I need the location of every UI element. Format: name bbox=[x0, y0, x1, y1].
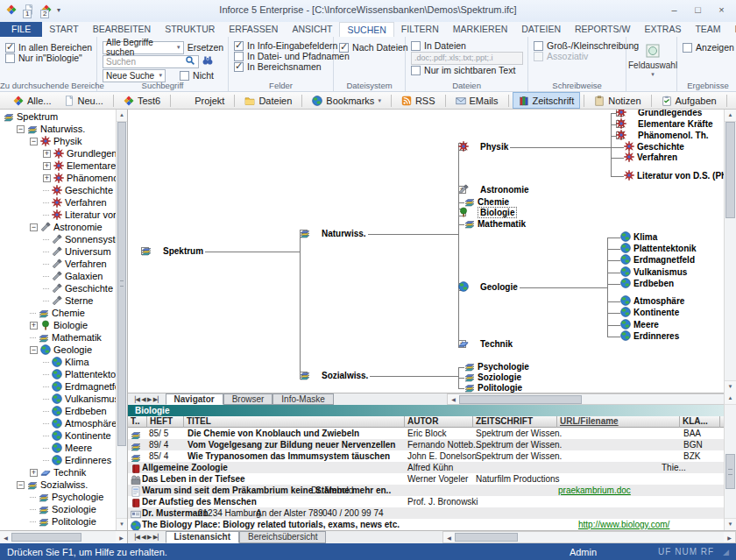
sidebar-item-klima[interactable]: Klima bbox=[0, 356, 116, 368]
sidebar-item-soziologie[interactable]: Soziologie bbox=[0, 503, 116, 515]
ersetzen-button[interactable]: Ersetzen bbox=[188, 42, 223, 53]
tab-erfassen[interactable]: ERFASSEN bbox=[222, 22, 285, 37]
minimize-icon[interactable]: – bbox=[662, 2, 686, 18]
sidebar-item-sonnensystem[interactable]: Sonnensystem bbox=[0, 233, 116, 245]
qat-customize-icon[interactable]: ▾ bbox=[57, 6, 60, 14]
scroll-left-icon[interactable]: ◀ bbox=[443, 532, 455, 542]
sidebar-item-atmosphäre[interactable]: Atmosphäre bbox=[0, 417, 116, 429]
sidebar-item-chemie[interactable]: Chemie bbox=[0, 307, 116, 319]
mindmap-canvas[interactable]: − Spektrum− Naturwiss.− Sozialwiss.− Phy… bbox=[128, 110, 724, 393]
sidebar-item-sozialwiss-[interactable]: − Sozialwiss. bbox=[0, 478, 116, 491]
expand-icon[interactable]: + bbox=[43, 174, 51, 182]
tab-reports-w[interactable]: REPORTS/W bbox=[568, 22, 637, 37]
app-icon[interactable] bbox=[4, 3, 18, 17]
checkbox-nach-dateien[interactable]: Nach Dateien bbox=[339, 42, 400, 53]
collapse-icon[interactable]: − bbox=[17, 481, 25, 489]
table-vertical-scrollbar[interactable]: ▲ ▼ bbox=[724, 393, 736, 530]
toolbar-button-info-center[interactable]: Info-Center bbox=[731, 92, 736, 109]
table-row[interactable]: Der Aufstieg des MenschenProf. J. Bronow… bbox=[128, 496, 724, 507]
toolbar-button-notizen[interactable]: Notizen bbox=[588, 92, 647, 109]
sidebar-item-literatur-von-d-s-p[interactable]: Literatur von D.S. (P bbox=[0, 209, 116, 221]
table-row[interactable]: Das Leben in der TiefseeWerner VogelerNa… bbox=[128, 473, 724, 485]
sidebar-item-sterne[interactable]: Sterne bbox=[0, 294, 116, 307]
file-filter-input[interactable]: .doc;.pdf;.xls;.txt;.ppt;.i bbox=[411, 52, 523, 65]
map-node-literatur[interactable]: Literatur von D.S. (Physik bbox=[624, 170, 724, 181]
sidebar-item-psychologie[interactable]: Psychologie bbox=[0, 491, 116, 503]
tab-bereichsübersicht[interactable]: Bereichsübersicht bbox=[239, 531, 326, 543]
checkbox-visible-text[interactable]: Nur im sichtbaren Text bbox=[411, 65, 523, 75]
checkbox-anzeigen[interactable]: Anzeigen bbox=[683, 42, 734, 53]
scroll-down-icon[interactable]: ▼ bbox=[725, 518, 736, 530]
checkbox-only-biologie[interactable]: Nur in"Biologie" bbox=[5, 53, 92, 63]
sidebar-item-geschichte[interactable]: Geschichte bbox=[0, 282, 116, 294]
map-node-sozialwiss[interactable]: − Sozialwiss. bbox=[300, 370, 370, 381]
expand-icon[interactable]: + bbox=[43, 150, 51, 158]
tab-suchen[interactable]: SUCHEN bbox=[339, 22, 393, 37]
sidebar-item-geologie[interactable]: − Geologie bbox=[0, 344, 116, 356]
tab-nav-buttons[interactable]: ▕◀ ◀ ▶ ▶▏ bbox=[128, 531, 166, 543]
tab-markieren[interactable]: MARKIEREN bbox=[446, 22, 514, 37]
list-horizontal-scrollbar[interactable]: ◀ ▶ bbox=[442, 531, 736, 543]
qat-view1-button[interactable]: 1 bbox=[22, 3, 36, 17]
tab-listenansicht[interactable]: Listenansicht bbox=[166, 531, 239, 543]
checkbox-all-areas[interactable]: In allen Bereichen bbox=[5, 42, 92, 53]
sidebar-item-biologie[interactable]: + Biologie bbox=[0, 319, 116, 331]
checkbox-area-names[interactable]: In Bereichsnamen bbox=[234, 61, 329, 72]
map-node-vulkanismus[interactable]: Vulkanismus bbox=[620, 266, 689, 278]
binoculars-icon[interactable] bbox=[202, 53, 213, 69]
tab-bearbeiten[interactable]: BEARBEITEN bbox=[86, 22, 159, 37]
checkbox-info-fields[interactable]: In Info-Eingabefeldern bbox=[234, 40, 329, 51]
scrollbar-thumb[interactable] bbox=[725, 122, 735, 218]
tab-struktur[interactable]: STRUKTUR bbox=[158, 22, 222, 37]
search-input[interactable]: Suchen bbox=[103, 55, 199, 68]
sidebar-item-erdmagnetfeld[interactable]: Erdmagnetfeld bbox=[0, 380, 116, 393]
map-node-technik[interactable]: + Technik bbox=[458, 338, 514, 350]
table-row[interactable]: 85/ 4Wie Trypanosomen das Immumsystem tä… bbox=[128, 450, 724, 462]
sidebar-item-physik[interactable]: − Physik bbox=[0, 135, 116, 147]
toolbar-button-zeitschrift[interactable]: Zeitschrift bbox=[513, 92, 581, 109]
map-node-physik[interactable]: − Physik bbox=[458, 141, 510, 152]
collapse-icon[interactable]: − bbox=[17, 125, 25, 133]
table-row[interactable]: 89/ 4Vom Vogelgesang zur Bildung neuer N… bbox=[128, 439, 724, 450]
map-node-politologie[interactable]: Politologie bbox=[464, 382, 524, 393]
tab-info-maske[interactable]: Info-Maske bbox=[272, 393, 333, 405]
column-header-t-[interactable]: T.. bbox=[128, 416, 147, 428]
toolbar-button-bookmarks[interactable]: Bookmarks▾ bbox=[306, 92, 387, 109]
close-icon[interactable]: × bbox=[710, 2, 733, 18]
scrollbar-thumb[interactable] bbox=[459, 395, 582, 404]
column-header-zeitschrift[interactable]: ZEITSCHRIFT bbox=[473, 416, 557, 428]
scrollbar-thumb[interactable] bbox=[725, 454, 735, 489]
scrollbar-thumb[interactable] bbox=[11, 533, 81, 542]
toolbar-button-projekt[interactable]: Projekt bbox=[174, 92, 230, 109]
map-node-spektrum[interactable]: − Spektrum bbox=[141, 245, 205, 257]
checkbox-file-path-names[interactable]: In Datei- und Pfadnamen bbox=[234, 51, 329, 61]
map-node-plattentektonik[interactable]: Plattentektonik bbox=[620, 243, 698, 254]
sidebar-item-plattentektonik[interactable]: Plattentektonik bbox=[0, 368, 116, 380]
sidebar-item-kontinente[interactable]: Kontinente bbox=[0, 429, 116, 442]
map-node-erdbeben[interactable]: Erdbeben bbox=[620, 278, 676, 289]
column-header-heft[interactable]: HEFT bbox=[147, 416, 184, 428]
sidebar-item-universum[interactable]: Universum bbox=[0, 245, 116, 258]
sidebar-item-geschichte[interactable]: Geschichte bbox=[0, 184, 116, 196]
map-node-meere[interactable]: Meere bbox=[620, 319, 661, 330]
map-node-geologie[interactable]: − Geologie bbox=[458, 281, 520, 293]
checkbox-case-sensitive[interactable]: Groß-/Kleinschreibung bbox=[534, 40, 621, 51]
toolbar-button-neu-[interactable]: Neu... bbox=[58, 92, 110, 109]
sidebar-item-phänomenol-th-[interactable]: + Phänomenol. Th. bbox=[0, 172, 116, 184]
sidebar-item-meere[interactable]: Meere bbox=[0, 442, 116, 454]
expand-icon[interactable]: + bbox=[30, 322, 38, 330]
tab-filtern[interactable]: FILTERN bbox=[394, 22, 446, 37]
search-mode-select[interactable]: Alle Begriffe suchen▾ bbox=[103, 41, 184, 54]
map-node-phaenomenol[interactable]: + Phänomenol. Th. bbox=[616, 130, 711, 141]
map-node-naturwiss[interactable]: − Naturwiss. bbox=[300, 228, 368, 239]
table-row[interactable]: The Biology Place: Biology related tutor… bbox=[128, 519, 724, 530]
checkbox-in-dateien[interactable]: In Dateien bbox=[411, 40, 523, 51]
expand-icon[interactable]: + bbox=[43, 162, 51, 170]
table-cell[interactable]: praekambrium.doc bbox=[558, 485, 631, 496]
tab-nav-buttons[interactable]: ▕◀ ◀ ▶ ▶▏ bbox=[128, 393, 166, 405]
table-row[interactable]: Warum sind seit dem Präkambrium keine St… bbox=[128, 485, 724, 496]
table-row[interactable]: 85/ 5Die Chemie von Knoblauch und Zwiebe… bbox=[128, 428, 724, 439]
collapse-icon[interactable]: − bbox=[30, 223, 38, 231]
map-node-biologie[interactable]: + Biologie bbox=[458, 207, 516, 218]
scroll-down-icon[interactable]: ▼ bbox=[117, 518, 127, 530]
